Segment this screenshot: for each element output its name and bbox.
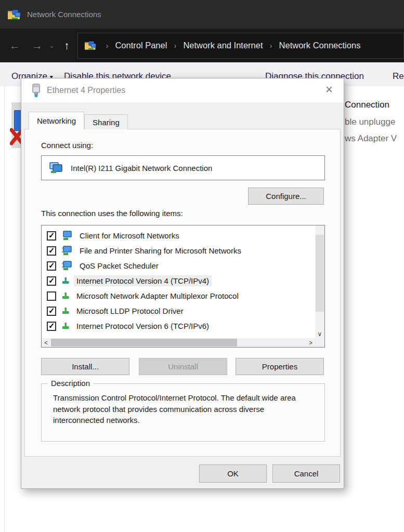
dialog-title: Ethernet 4 Properties — [47, 86, 125, 95]
list-item[interactable]: Microsoft Network Adapter Multiplexor Pr… — [42, 288, 315, 303]
description-label: Description — [48, 379, 93, 388]
screen: { "window": { "title": "Network Connecti… — [0, 0, 404, 532]
client-icon — [61, 261, 73, 271]
connection-title-fragment: Connection — [345, 100, 389, 110]
scrollbar-corner — [315, 338, 324, 347]
back-icon[interactable]: ← — [9, 40, 20, 51]
description-text: Transmission Control Protocol/Internet P… — [53, 392, 308, 426]
list-item[interactable]: Internet Protocol Version 4 (TCP/IPv4) — [42, 273, 315, 288]
navigation-bar: ← → ⌄ ↑ › Control Panel › Network and In… — [0, 29, 404, 62]
client-icon — [61, 246, 73, 256]
adapter-name: Intel(R) I211 Gigabit Network Connection — [71, 164, 212, 172]
checkbox[interactable] — [47, 307, 56, 316]
close-icon[interactable]: ✕ — [325, 85, 333, 95]
checkbox[interactable] — [47, 231, 56, 241]
connection-items-list: Client for Microsoft Networks File and P… — [41, 225, 325, 348]
checkbox[interactable] — [47, 291, 56, 301]
breadcrumb-control-panel[interactable]: Control Panel — [115, 41, 167, 50]
breadcrumb-chevron-icon: › — [263, 41, 279, 50]
pane-divider — [4, 86, 5, 532]
checkbox[interactable] — [47, 276, 56, 286]
description-groupbox: Description Transmission Control Protoco… — [41, 383, 325, 442]
address-network-folder-icon — [84, 39, 97, 51]
dialog-titlebar: Ethernet 4 Properties ✕ — [21, 78, 344, 102]
checkbox[interactable] — [47, 322, 56, 331]
breadcrumb-network-connections[interactable]: Network Connections — [279, 41, 361, 50]
cancel-button[interactable]: Cancel — [272, 464, 340, 483]
properties-button[interactable]: Properties — [236, 358, 324, 375]
tab-sharing[interactable]: Sharing — [84, 114, 128, 129]
tab-strip: Networking Sharing — [29, 112, 128, 129]
recent-locations-chevron-icon[interactable]: ⌄ — [49, 42, 55, 49]
list-item[interactable]: File and Printer Sharing for Microsoft N… — [42, 243, 315, 258]
ethernet-properties-dialog: Ethernet 4 Properties ✕ Networking Shari… — [21, 78, 344, 489]
scroll-right-icon[interactable]: > — [306, 338, 315, 347]
tab-networking[interactable]: Networking — [29, 112, 84, 129]
list-rows: Client for Microsoft Networks File and P… — [42, 225, 315, 334]
install-button[interactable]: Install... — [41, 358, 129, 375]
forward-icon[interactable]: → — [32, 40, 43, 51]
scroll-left-icon[interactable]: < — [42, 338, 50, 347]
list-item[interactable]: QoS Packet Scheduler — [42, 258, 315, 273]
adapter-name-fragment: ws Adapter V — [345, 134, 397, 144]
list-item[interactable]: Client for Microsoft Networks — [42, 228, 315, 243]
window-titlebar: Network Connections — [0, 0, 404, 29]
protocol-icon — [61, 292, 70, 300]
address-bar[interactable]: › Control Panel › Network and Internet ›… — [77, 33, 404, 59]
networking-tab-panel: Connect using: Intel(R) I211 Gigabit Net… — [24, 129, 341, 457]
window-title: Network Connections — [27, 10, 101, 19]
horizontal-scrollbar[interactable]: < > — [42, 338, 315, 347]
horizontal-scroll-thumb[interactable] — [51, 339, 237, 347]
list-item[interactable]: Microsoft LLDP Protocol Driver — [42, 303, 315, 318]
network-adapter-icon — [49, 162, 63, 174]
checkbox[interactable] — [47, 246, 56, 256]
vertical-scrollbar[interactable]: ∧ ∨ — [315, 225, 324, 338]
client-icon — [61, 231, 73, 241]
network-folder-icon — [7, 8, 21, 21]
up-icon[interactable]: ↑ — [64, 40, 70, 51]
checkbox[interactable] — [47, 261, 56, 271]
toolbar-rename-fragment[interactable]: Re — [393, 71, 404, 82]
scroll-down-icon[interactable]: ∨ — [315, 329, 324, 338]
ethernet-plug-icon — [32, 84, 41, 97]
connect-using-label: Connect using: — [41, 141, 93, 150]
vertical-scroll-thumb[interactable] — [316, 235, 324, 312]
configure-button[interactable]: Configure... — [248, 188, 324, 205]
breadcrumb-chevron-icon: › — [99, 41, 115, 50]
protocol-icon — [61, 307, 70, 315]
breadcrumb-chevron-icon: › — [167, 41, 183, 50]
adapter-field: Intel(R) I211 Gigabit Network Connection — [41, 155, 325, 180]
list-item[interactable]: Internet Protocol Version 6 (TCP/IPv6) — [42, 318, 315, 334]
uninstall-button: Uninstall — [139, 358, 227, 375]
connection-items-label: This connection uses the following items… — [41, 209, 183, 218]
scroll-up-icon[interactable]: ∧ — [324, 225, 325, 234]
breadcrumb-network-and-internet[interactable]: Network and Internet — [183, 41, 263, 50]
protocol-icon — [61, 322, 70, 330]
protocol-icon — [61, 277, 70, 285]
ok-button[interactable]: OK — [199, 464, 267, 483]
cable-unplugged-fragment: ble unplugge — [345, 117, 395, 127]
